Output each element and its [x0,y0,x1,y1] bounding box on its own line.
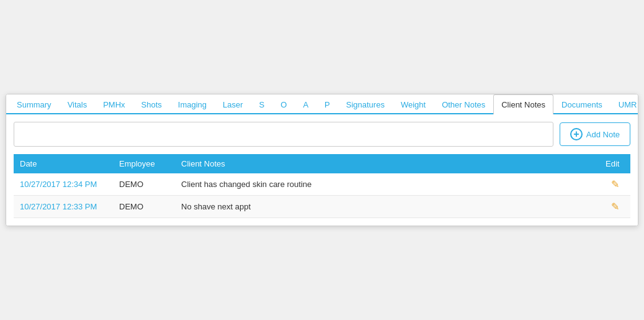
tab-weight[interactable]: Weight [393,94,434,114]
tab-s[interactable]: S [251,94,273,114]
add-note-label: Add Note [586,130,620,139]
search-input[interactable] [14,122,553,147]
tab-vitals[interactable]: Vitals [60,94,96,114]
tab-pmhx[interactable]: PMHx [95,94,133,114]
table-row: 10/27/2017 12:33 PMDEMONo shave next app… [14,196,630,218]
cell-employee: DEMO [113,173,175,196]
col-header-employee: Employee [113,154,175,173]
cell-note: No shave next appt [175,196,599,218]
add-note-button[interactable]: + Add Note [560,122,630,146]
tab-documents[interactable]: Documents [553,94,610,114]
col-header-edit: Edit [599,154,630,173]
cell-date: 10/27/2017 12:33 PM [14,196,113,218]
cell-edit: ✎ [599,173,630,196]
cell-date: 10/27/2017 12:34 PM [14,173,113,196]
col-header-date: Date [14,154,113,173]
tab-p[interactable]: P [316,94,338,114]
tab-a[interactable]: A [295,94,316,114]
edit-icon[interactable]: ✎ [611,201,619,212]
tab-summary[interactable]: Summary [9,94,60,114]
tab-laser[interactable]: Laser [215,94,251,114]
tab-other-notes[interactable]: Other Notes [434,94,493,114]
tab-umr-forms[interactable]: UMR Forms [610,94,638,114]
tab-client-notes[interactable]: Client Notes [493,94,553,114]
table-header-row: Date Employee Client Notes Edit [14,154,630,173]
tab-imaging[interactable]: Imaging [170,94,215,114]
cell-note: Client has changed skin care routine [175,173,599,196]
add-icon: + [570,128,583,140]
cell-employee: DEMO [113,196,175,218]
client-notes-table: Date Employee Client Notes Edit 10/27/20… [14,154,630,218]
table-row: 10/27/2017 12:34 PMDEMOClient has change… [14,173,630,196]
action-row: + Add Note [14,122,630,147]
tab-o[interactable]: O [272,94,295,114]
col-header-notes: Client Notes [175,154,599,173]
tab-shots[interactable]: Shots [133,94,170,114]
tab-signatures[interactable]: Signatures [338,94,393,114]
edit-icon[interactable]: ✎ [611,179,619,190]
tab-bar: SummaryVitalsPMHxShotsImagingLaserSOAPSi… [6,94,638,114]
main-window: SummaryVitalsPMHxShotsImagingLaserSOAPSi… [6,94,638,226]
content-area: + Add Note Date Employee Client Notes Ed… [6,114,638,226]
cell-edit: ✎ [599,196,630,218]
